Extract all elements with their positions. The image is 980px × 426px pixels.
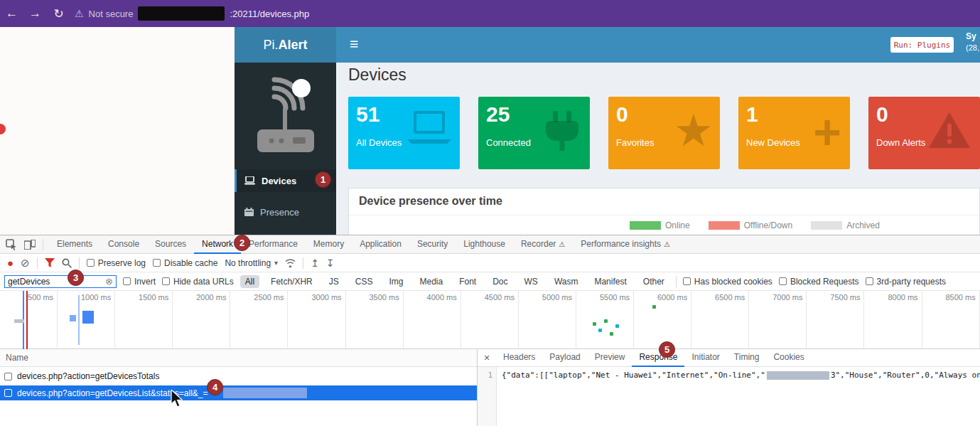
main-content: Devices 51 All Devices 25 Connected 0 Fa… <box>336 63 980 235</box>
timeline-tick: 1500 ms <box>115 293 168 302</box>
response-tab-cookies[interactable]: Cookies <box>766 349 811 367</box>
network-filter-input[interactable]: getDevices ⊗ <box>4 275 117 288</box>
clear-icon[interactable]: ⊘ <box>21 257 30 270</box>
tab-security[interactable]: Security <box>409 235 456 254</box>
tab-sources[interactable]: Sources <box>147 235 194 254</box>
timeline-tick: 5000 ms <box>519 293 572 302</box>
filter-chip-fetch-xhr[interactable]: Fetch/XHR <box>266 275 318 288</box>
tab-lighthouse[interactable]: Lighthouse <box>456 235 513 254</box>
filter-chip-js[interactable]: JS <box>324 275 344 288</box>
tab-application[interactable]: Application <box>352 235 409 254</box>
devtools-left-icons <box>0 239 49 250</box>
timeline-activity-mark <box>593 322 596 326</box>
filter-chip-css[interactable]: CSS <box>350 275 378 288</box>
checkbox-label: Has blocked cookies <box>694 277 772 287</box>
forward-icon[interactable]: → <box>23 6 47 21</box>
timeline-tick: 6500 ms <box>691 293 745 302</box>
run-plugins-button[interactable]: Run: Plugins <box>890 37 954 53</box>
tab-performance-insights[interactable]: Performance insights⚠ <box>573 235 678 254</box>
network-conditions-icon[interactable] <box>285 258 296 267</box>
filter-chip-ws[interactable]: WS <box>519 275 543 288</box>
third-party-requests-checkbox[interactable]: 3rd-party requests <box>866 277 946 287</box>
response-tab-payload[interactable]: Payload <box>542 349 587 367</box>
presence-legend: OnlineOffline/DownArchived <box>630 220 880 230</box>
response-tab-preview[interactable]: Preview <box>588 349 632 367</box>
address-bar[interactable]: ⚠ Not secure :20211/devices.php <box>75 6 309 21</box>
checkbox-label: Blocked Requests <box>790 277 859 287</box>
filter-chip-manifest[interactable]: Manifest <box>589 275 631 288</box>
divider <box>303 257 303 269</box>
card-favorites[interactable]: 0 Favorites ★ <box>608 97 720 169</box>
close-panel-icon[interactable]: × <box>478 352 496 363</box>
throttling-select[interactable]: No throttling ▾ <box>225 258 278 268</box>
export-har-icon[interactable]: ↧ <box>326 257 335 269</box>
tab-recorder[interactable]: Recorder⚠ <box>513 235 573 254</box>
timeline-activity-mark <box>70 315 76 321</box>
card-all-devices[interactable]: 51 All Devices <box>348 97 460 169</box>
card-new-devices[interactable]: 1 New Devices + <box>738 97 850 169</box>
request-row-selected[interactable]: devices.php?action=getDevicesList&status… <box>0 385 477 400</box>
timeline-ruler[interactable]: 500 ms1000 ms1500 ms2000 ms2500 ms3000 m… <box>0 291 980 349</box>
response-tab-initiator[interactable]: Initiator <box>684 349 726 367</box>
response-tab-headers[interactable]: Headers <box>496 349 542 367</box>
back-icon[interactable]: ← <box>0 6 23 21</box>
checkbox-box[interactable] <box>4 373 12 380</box>
import-har-icon[interactable]: ↥ <box>311 257 319 269</box>
filter-chip-doc[interactable]: Doc <box>488 275 512 288</box>
warning-icon <box>927 111 971 149</box>
response-tab-timing[interactable]: Timing <box>727 349 767 367</box>
search-icon[interactable] <box>62 258 72 268</box>
device-toolbar-icon[interactable] <box>24 240 36 250</box>
app-logo[interactable]: Pi.Alert <box>235 27 336 63</box>
timeline-tick: 5500 ms <box>576 293 630 302</box>
requests-table: Name devices.php?action=getDevicesTotals… <box>0 349 478 426</box>
card-down-alerts[interactable]: 0 Down Alerts <box>868 97 980 169</box>
filter-chip-wasm[interactable]: Wasm <box>549 275 583 288</box>
disable-cache-checkbox[interactable]: Disable cache <box>153 258 217 268</box>
timeline-activity-mark <box>615 324 619 328</box>
sidebar-item-presence[interactable]: Presence <box>235 201 336 223</box>
tab-console[interactable]: Console <box>100 235 147 254</box>
throttling-value: No throttling <box>225 258 271 268</box>
request-row[interactable]: devices.php?action=getDevicesTotals <box>0 367 477 385</box>
annotation-badge-1: 1 <box>315 171 331 188</box>
inspect-element-icon[interactable] <box>6 239 17 250</box>
not-secure-warning-icon[interactable]: ⚠ <box>75 8 84 19</box>
chevron-down-icon: ▾ <box>274 259 278 267</box>
checkbox-box <box>683 277 691 285</box>
card-connected[interactable]: 25 Connected <box>478 97 590 169</box>
filter-chip-all[interactable]: All <box>240 275 259 288</box>
response-tabbar: × HeadersPayloadPreviewResponseInitiator… <box>478 349 980 367</box>
experiment-warning-icon: ⚠ <box>559 240 565 248</box>
filter-funnel-icon[interactable] <box>45 258 55 267</box>
requests-name-header[interactable]: Name <box>0 349 477 367</box>
timeline-tick: 500 ms <box>0 293 53 302</box>
tab-performance[interactable]: Performance <box>241 235 306 254</box>
divider <box>676 276 677 287</box>
filter-chip-other[interactable]: Other <box>638 275 669 288</box>
menu-icon[interactable]: ≡ <box>350 36 358 53</box>
invert-checkbox[interactable]: Invert <box>123 277 156 287</box>
hide-data-urls-checkbox[interactable]: Hide data URLs <box>162 277 234 287</box>
timeline-tick: 6000 ms <box>634 293 687 302</box>
filter-clear-icon[interactable]: ⊗ <box>105 276 113 287</box>
legend-swatch <box>811 221 842 230</box>
tab-memory[interactable]: Memory <box>306 235 352 254</box>
record-icon[interactable]: ● <box>7 257 14 268</box>
timeline-tick: 3000 ms <box>289 293 342 302</box>
response-body[interactable]: 1 {"data":[["laptop","Net - Huawei","Int… <box>478 367 980 426</box>
blocked-requests-checkbox[interactable]: Blocked Requests <box>779 277 859 287</box>
has-blocked-cookies-checkbox[interactable]: Has blocked cookies <box>683 277 772 287</box>
filter-type-chips: AllFetch/XHRJSCSSImgMediaFontDocWSWasmMa… <box>240 275 669 288</box>
line-number-gutter: 1 <box>478 367 497 426</box>
tab-elements[interactable]: Elements <box>49 235 100 254</box>
checkbox-box[interactable] <box>4 389 12 397</box>
reload-icon[interactable]: ↻ <box>47 6 70 21</box>
filter-chip-img[interactable]: Img <box>384 275 408 288</box>
panel-title: Device presence over time <box>359 195 502 208</box>
preserve-log-checkbox[interactable]: Preserve log <box>87 258 146 268</box>
filter-chip-media[interactable]: Media <box>414 275 448 288</box>
timeline-activity-mark <box>652 305 656 309</box>
filter-chip-font[interactable]: Font <box>454 275 481 288</box>
checkbox-label: 3rd-party requests <box>877 277 946 287</box>
